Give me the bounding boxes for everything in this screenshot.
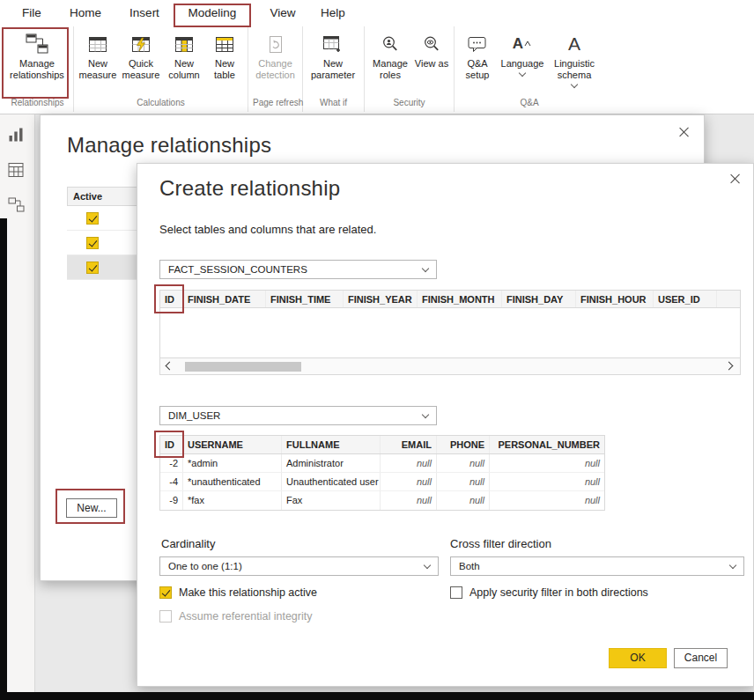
- window-bottom-edge: [0, 692, 754, 700]
- table2-row[interactable]: -2 *admin Administrator null null null: [160, 454, 604, 473]
- security-filter-checkbox[interactable]: Apply security filter in both directions: [450, 586, 648, 599]
- new-relationship-button[interactable]: New...: [66, 498, 117, 518]
- tab-help-label: Help: [321, 6, 345, 19]
- cardinality-label: Cardinality: [161, 537, 215, 550]
- language-icon-letter: A: [513, 35, 523, 53]
- active-checkbox[interactable]: [86, 262, 99, 274]
- cross-filter-select[interactable]: Both: [450, 556, 744, 576]
- manage-roles-button[interactable]: Manage roles: [367, 26, 413, 81]
- scroll-right-icon[interactable]: [725, 362, 734, 371]
- view-as-button[interactable]: View as: [413, 26, 450, 70]
- referential-integrity-label: Assume referential integrity: [179, 610, 312, 623]
- table2-column-username[interactable]: USERNAME: [183, 436, 282, 453]
- new-parameter-button[interactable]: New parameter: [306, 26, 360, 81]
- report-view-icon[interactable]: [8, 127, 27, 146]
- make-relationship-active-label: Make this relationship active: [179, 586, 317, 599]
- tab-insert-label: Insert: [129, 6, 159, 19]
- table2-column-email[interactable]: EMAIL: [381, 436, 437, 453]
- table1-column-finish-date[interactable]: FINISH_DATE: [183, 291, 266, 307]
- table2-row[interactable]: -4 *unauthenticated Unauthenticated user…: [160, 473, 604, 491]
- checkbox-unchecked-icon: [450, 586, 462, 599]
- table1-column-user-id[interactable]: USER_ID: [654, 291, 717, 307]
- model-view-icon[interactable]: [8, 197, 27, 217]
- qa-setup-button[interactable]: Q&A setup: [457, 26, 498, 81]
- manage-relationships-button[interactable]: Manage relationships: [4, 26, 70, 81]
- manage-roles-icon: [381, 33, 399, 55]
- new-table-button[interactable]: New table: [205, 26, 244, 81]
- tab-modeling[interactable]: Modeling: [176, 0, 248, 26]
- linguistic-schema-button[interactable]: A Linguistic schema: [547, 26, 602, 87]
- group-label-relationships: Relationships: [4, 96, 70, 112]
- cell-username: *unauthenticated: [183, 473, 282, 490]
- group-label-what-if: What if: [306, 96, 361, 112]
- new-table-label: New table: [205, 58, 244, 81]
- table1-column-finish-hour[interactable]: FINISH_HOUR: [576, 291, 654, 307]
- make-relationship-active-checkbox[interactable]: Make this relationship active: [159, 586, 317, 599]
- active-checkbox[interactable]: [86, 212, 99, 225]
- cell-email: null: [381, 491, 437, 510]
- table1-preview: ID FINISH_DATE FINISH_TIME FINISH_YEAR F…: [159, 290, 741, 375]
- tab-home-label: Home: [70, 6, 101, 19]
- cardinality-select[interactable]: One to one (1:1): [159, 556, 439, 576]
- new-parameter-label: New parameter: [306, 58, 360, 81]
- table1-column-finish-month[interactable]: FINISH_MONTH: [418, 291, 502, 307]
- language-button[interactable]: A Language: [498, 26, 547, 76]
- ok-button[interactable]: OK: [609, 648, 667, 668]
- table2-column-personal-number[interactable]: PERSONAL_NUMBER: [490, 436, 604, 453]
- chevron-down-icon: [729, 562, 736, 569]
- cancel-button[interactable]: Cancel: [674, 648, 728, 668]
- table2-preview: ID USERNAME FULLNAME EMAIL PHONE PERSONA…: [159, 435, 605, 511]
- table2-column-fullname[interactable]: FULLNAME: [282, 436, 381, 453]
- close-icon[interactable]: [677, 126, 690, 138]
- create-dialog-subtitle: Select tables and columns that are relat…: [159, 223, 376, 236]
- tab-help[interactable]: Help: [312, 0, 354, 26]
- referential-integrity-checkbox: Assume referential integrity: [159, 610, 312, 623]
- group-label-page-refresh: Page refresh: [251, 96, 299, 112]
- table1-column-finish-year[interactable]: FINISH_YEAR: [344, 291, 418, 307]
- create-relationship-dialog: Create relationship Select tables and co…: [137, 163, 754, 687]
- tab-view[interactable]: View: [261, 0, 305, 26]
- tab-insert[interactable]: Insert: [120, 0, 169, 26]
- table1-column-id[interactable]: ID: [160, 291, 183, 307]
- cell-personal-number: null: [490, 473, 604, 490]
- table1-header-filler: [717, 291, 740, 307]
- table2-select-value: DIM_USER: [168, 410, 220, 421]
- table2-row[interactable]: -9 *fax Fax null null null: [160, 491, 604, 510]
- change-detection-icon: [269, 33, 283, 55]
- chevron-down-icon: [422, 265, 429, 272]
- view-as-label: View as: [415, 58, 448, 70]
- table1-column-finish-day[interactable]: FINISH_DAY: [502, 291, 576, 307]
- tab-home[interactable]: Home: [62, 0, 109, 26]
- change-detection-button: Change detection: [251, 26, 299, 81]
- view-as-icon: [423, 33, 440, 55]
- scrollbar-thumb[interactable]: [185, 362, 301, 372]
- table2-select[interactable]: DIM_USER: [159, 406, 437, 425]
- new-table-icon: [216, 33, 233, 55]
- quick-measure-icon: [132, 33, 150, 55]
- table2-column-id[interactable]: ID: [160, 436, 183, 453]
- manage-relationships-label: Manage relationships: [4, 58, 70, 81]
- new-measure-button[interactable]: New measure: [77, 26, 119, 81]
- new-column-button[interactable]: New column: [163, 26, 205, 81]
- table2-column-phone[interactable]: PHONE: [437, 436, 490, 453]
- table1-horizontal-scrollbar[interactable]: [159, 358, 741, 375]
- ribbon-group-calculations: New measure Quick measure New column: [74, 26, 248, 112]
- new-column-icon: [175, 33, 193, 55]
- window-left-edge: [0, 218, 7, 700]
- data-view-icon[interactable]: [8, 162, 27, 181]
- cell-email: null: [381, 473, 437, 490]
- scroll-left-icon[interactable]: [166, 362, 174, 371]
- cell-fullname: Administrator: [282, 454, 381, 472]
- close-icon[interactable]: [728, 173, 741, 185]
- tab-file[interactable]: File: [9, 0, 55, 26]
- table1-select[interactable]: FACT_SESSION_COUNTERS: [159, 260, 437, 279]
- tab-file-label: File: [22, 6, 41, 19]
- cell-phone: null: [437, 454, 490, 472]
- change-detection-label: Change detection: [251, 58, 299, 81]
- active-checkbox[interactable]: [86, 237, 99, 249]
- cell-phone: null: [437, 491, 490, 510]
- quick-measure-button[interactable]: Quick measure: [119, 26, 163, 81]
- qa-setup-label: Q&A setup: [457, 58, 498, 81]
- table1-select-value: FACT_SESSION_COUNTERS: [168, 264, 307, 275]
- table1-column-finish-time[interactable]: FINISH_TIME: [266, 291, 344, 307]
